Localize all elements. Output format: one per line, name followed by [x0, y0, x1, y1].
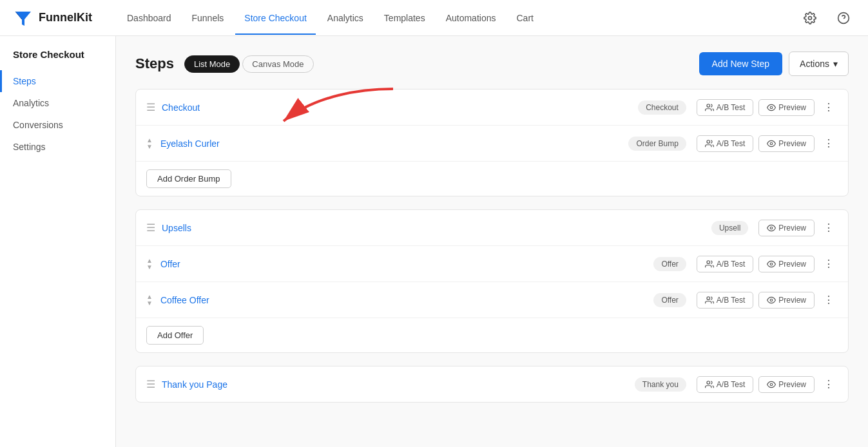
add-offer-button[interactable]: Add Offer — [146, 326, 204, 345]
nav-automations[interactable]: Automations — [437, 1, 505, 35]
eyelash-more-button[interactable]: ⋮ — [820, 135, 838, 152]
coffee-offer-more-button[interactable]: ⋮ — [820, 291, 838, 309]
offer-step-link[interactable]: Offer — [160, 259, 653, 269]
table-row: ☰ Checkout Checkout A/B Test Preview ⋮ — [136, 90, 848, 126]
svg-point-0 — [809, 16, 812, 19]
upsell-badge: Upsell — [711, 221, 748, 235]
offer-more-button[interactable]: ⋮ — [820, 255, 838, 272]
top-nav: FunnelKit Dashboard Funnels Store Checko… — [0, 0, 868, 36]
upsells-preview-button[interactable]: Preview — [758, 220, 815, 236]
sidebar: Store Checkout Steps Analytics Conversio… — [0, 36, 116, 447]
thankyou-ab-test-button[interactable]: A/B Test — [697, 376, 753, 393]
eye-icon — [767, 224, 776, 233]
ab-test-icon — [705, 139, 714, 148]
sidebar-item-settings-label: Settings — [13, 142, 46, 152]
coffee-offer-preview-button[interactable]: Preview — [758, 292, 815, 309]
svg-point-9 — [707, 260, 710, 263]
thankyou-preview-button[interactable]: Preview — [758, 376, 815, 393]
nav-cart[interactable]: Cart — [507, 1, 542, 35]
sidebar-item-steps[interactable]: Steps — [0, 70, 115, 92]
actions-button[interactable]: Actions ▾ — [789, 52, 849, 76]
order-bump-badge: Order Bump — [628, 137, 686, 151]
checkout-actions: A/B Test Preview ⋮ — [697, 99, 838, 116]
svg-point-11 — [707, 296, 710, 300]
sort-arrows-icon[interactable]: ▲▼ — [146, 137, 153, 150]
eye-icon — [767, 260, 776, 269]
checkout-step-link[interactable]: Checkout — [162, 102, 638, 113]
table-row: ▲▼ Coffee Offer Offer A/B Test Preview ⋮ — [136, 282, 848, 318]
drag-handle-icon[interactable]: ☰ — [146, 378, 155, 390]
actions-label: Actions — [800, 59, 829, 69]
thankyou-step-link[interactable]: Thank you Page — [162, 379, 635, 390]
sidebar-item-steps-label: Steps — [13, 76, 36, 86]
sort-arrows-icon[interactable]: ▲▼ — [146, 258, 153, 271]
nav-funnels[interactable]: Funnels — [183, 1, 233, 35]
coffee-offer-actions: A/B Test Preview ⋮ — [697, 291, 838, 309]
coffee-offer-badge: Offer — [653, 293, 686, 307]
add-order-bump-row: Add Order Bump — [136, 162, 848, 196]
table-row: ▲▼ Offer Offer A/B Test Preview ⋮ — [136, 246, 848, 282]
ab-test-icon — [705, 296, 714, 305]
funnelkit-logo-icon — [13, 8, 34, 28]
nav-analytics[interactable]: Analytics — [318, 1, 372, 35]
checkout-ab-test-button[interactable]: A/B Test — [697, 99, 753, 116]
nav-templates[interactable]: Templates — [375, 1, 434, 35]
table-row: ☰ Upsells Upsell Preview ⋮ — [136, 210, 848, 246]
offer-preview-button[interactable]: Preview — [758, 256, 815, 272]
settings-icon-button[interactable] — [798, 6, 822, 30]
svg-point-13 — [707, 381, 710, 384]
ab-test-icon — [705, 260, 714, 269]
eyelash-actions: A/B Test Preview ⋮ — [697, 135, 838, 152]
logo-text: FunnelKit — [39, 11, 92, 24]
thankyou-more-button[interactable]: ⋮ — [820, 376, 838, 393]
eyelash-ab-test-button[interactable]: A/B Test — [697, 135, 753, 152]
add-order-bump-button[interactable]: Add Order Bump — [146, 169, 231, 188]
drag-handle-icon[interactable]: ☰ — [146, 222, 155, 234]
checkout-badge: Checkout — [638, 100, 686, 115]
help-icon-button[interactable] — [832, 6, 855, 30]
page-title: Steps — [135, 55, 174, 72]
coffee-offer-ab-test-button[interactable]: A/B Test — [697, 292, 753, 309]
svg-point-7 — [771, 142, 773, 145]
eye-icon — [767, 296, 776, 305]
checkout-preview-button[interactable]: Preview — [758, 99, 815, 116]
upsells-actions: Preview ⋮ — [758, 219, 838, 236]
eyelash-preview-button[interactable]: Preview — [758, 135, 815, 152]
sort-arrows-icon[interactable]: ▲▼ — [146, 294, 153, 307]
offer-badge: Offer — [653, 257, 686, 271]
upsells-group: ☰ Upsells Upsell Preview ⋮ ▲▼ Offer Offe… — [135, 209, 849, 353]
coffee-offer-step-link[interactable]: Coffee Offer — [160, 295, 653, 305]
add-new-step-button[interactable]: Add New Step — [699, 52, 783, 75]
table-row: ☰ Thank you Page Thank you A/B Test Prev… — [136, 366, 848, 402]
sidebar-item-analytics[interactable]: Analytics — [0, 92, 115, 114]
sidebar-item-conversions[interactable]: Conversions — [0, 114, 115, 136]
canvas-mode-button[interactable]: Canvas Mode — [242, 55, 313, 73]
svg-point-14 — [771, 383, 773, 386]
eye-icon — [767, 103, 776, 112]
mode-toggle: List Mode Canvas Mode — [184, 55, 314, 73]
svg-point-8 — [771, 227, 773, 229]
sidebar-item-settings[interactable]: Settings — [0, 136, 115, 158]
logo[interactable]: FunnelKit — [13, 8, 92, 28]
list-mode-button[interactable]: List Mode — [184, 55, 240, 73]
svg-point-5 — [771, 106, 773, 109]
upsells-more-button[interactable]: ⋮ — [820, 219, 838, 236]
checkout-more-button[interactable]: ⋮ — [820, 99, 838, 116]
thankyou-badge: Thank you — [635, 377, 686, 392]
table-row: ▲▼ Eyelash Curler Order Bump A/B Test Pr… — [136, 126, 848, 162]
svg-point-4 — [707, 104, 710, 107]
thankyou-group: ☰ Thank you Page Thank you A/B Test Prev… — [135, 366, 849, 403]
eyelash-curler-step-link[interactable]: Eyelash Curler — [160, 138, 629, 149]
steps-header: Steps List Mode Canvas Mode Add New Step… — [135, 52, 849, 76]
chevron-down-icon: ▾ — [833, 59, 838, 69]
drag-handle-icon[interactable]: ☰ — [146, 101, 155, 113]
offer-ab-test-button[interactable]: A/B Test — [697, 256, 753, 272]
svg-point-6 — [707, 140, 710, 143]
upsells-step-link[interactable]: Upsells — [162, 223, 711, 233]
nav-store-checkout[interactable]: Store Checkout — [235, 1, 316, 35]
eye-icon — [767, 380, 776, 389]
gear-icon — [804, 12, 816, 24]
ab-test-icon — [705, 103, 714, 112]
sidebar-title: Store Checkout — [0, 49, 115, 70]
nav-dashboard[interactable]: Dashboard — [118, 1, 180, 35]
